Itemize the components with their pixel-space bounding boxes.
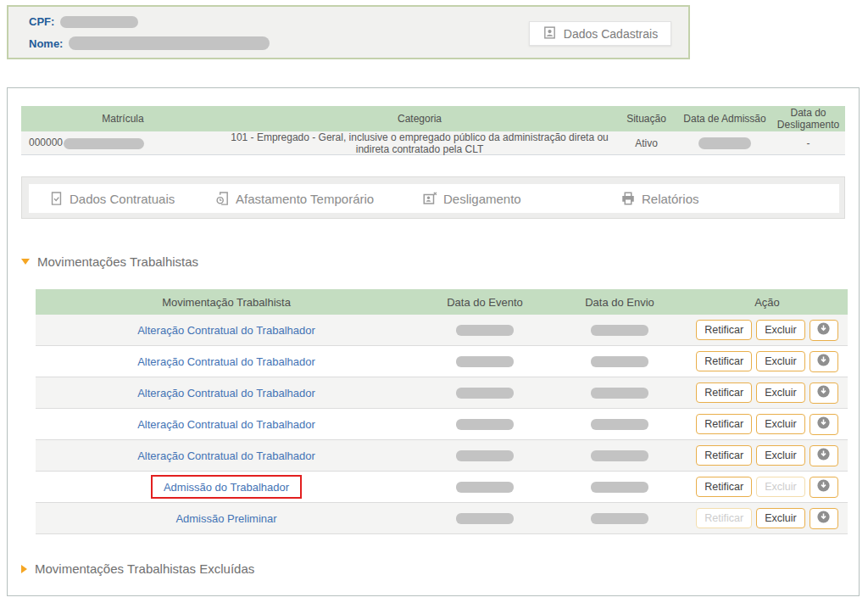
data-admissao-value	[678, 137, 771, 149]
data-envio-redacted	[591, 450, 648, 461]
nome-label: Nome:	[29, 37, 63, 50]
retificar-button[interactable]: Retificar	[696, 477, 752, 498]
header-data-envio: Data do Envio	[553, 296, 687, 309]
document-check-icon	[49, 191, 64, 206]
toolbar-label: Afastamento Temporário	[236, 192, 374, 206]
data-envio-redacted	[591, 482, 648, 493]
cpf-label: CPF:	[29, 15, 54, 28]
actions-toolbar: Dados Contratuais Afastamento Temporário…	[21, 176, 845, 219]
excluir-button[interactable]: Excluir	[756, 351, 805, 372]
toolbar-label: Desligamento	[443, 192, 521, 206]
toolbar-label: Relatórios	[642, 192, 699, 206]
badge-x-icon	[422, 191, 437, 206]
movement-link[interactable]: Admissão Preliminar	[175, 512, 276, 525]
data-evento-redacted	[456, 419, 514, 430]
download-button[interactable]	[810, 445, 838, 466]
data-envio-redacted	[591, 419, 648, 430]
download-icon	[816, 384, 831, 402]
toolbar-item-afastamento-temporario[interactable]: Afastamento Temporário	[215, 184, 374, 213]
dados-cadastrais-button[interactable]: Dados Cadastrais	[529, 21, 671, 46]
movements-section-toggle[interactable]: Movimentações Trabalhistas	[21, 254, 198, 269]
movement-link[interactable]: Alteração Contratual do Trabalhador	[137, 449, 315, 462]
dados-cadastrais-label: Dados Cadastrais	[564, 27, 658, 41]
table-row-admissao-trabalhador: Admissão do Trabalhador Retificar Exclui…	[36, 472, 848, 503]
retificar-button-disabled: Retificar	[696, 508, 752, 529]
red-highlight-box: Admissão do Trabalhador	[151, 475, 302, 499]
data-envio-redacted	[591, 356, 648, 367]
download-icon	[816, 510, 831, 528]
movement-link[interactable]: Alteração Contratual do Trabalhador	[137, 355, 315, 368]
download-icon	[816, 321, 831, 339]
header-situacao: Situação	[615, 113, 678, 125]
admissao-redacted-value	[698, 137, 751, 149]
table-row: Alteração Contratual do Trabalhador Reti…	[36, 409, 848, 440]
header-data-admissao: Data de Admissão	[678, 113, 771, 125]
movement-link[interactable]: Alteração Contratual do Trabalhador	[137, 418, 315, 431]
data-envio-redacted	[591, 325, 648, 336]
main-panel: Matrícula Categoria Situação Data de Adm…	[7, 87, 860, 596]
contact-card-icon	[542, 25, 557, 42]
movement-link[interactable]: Admissão do Trabalhador	[164, 481, 289, 494]
matricula-redacted-value	[64, 138, 144, 149]
data-envio-redacted	[591, 513, 648, 524]
header-matricula: Matrícula	[21, 113, 225, 125]
download-button[interactable]	[810, 477, 838, 498]
excluir-button[interactable]: Excluir	[756, 414, 805, 435]
header-categoria: Categoria	[225, 113, 615, 125]
table-row: Alteração Contratual do Trabalhador Reti…	[36, 315, 848, 346]
download-icon	[816, 478, 831, 496]
excluir-button[interactable]: Excluir	[756, 508, 805, 529]
excluded-movements-section-toggle[interactable]: Movimentações Trabalhistas Excluídas	[21, 561, 254, 576]
header-data-evento: Data do Evento	[417, 296, 553, 309]
toolbar-item-dados-contratuais[interactable]: Dados Contratuais	[49, 184, 175, 213]
data-evento-redacted	[456, 325, 514, 336]
contract-table-header: Matrícula Categoria Situação Data de Adm…	[21, 106, 845, 131]
header-acao: Ação	[687, 296, 848, 309]
employee-card: CPF: Nome: Dados Cadastrais	[7, 5, 690, 59]
retificar-button[interactable]: Retificar	[696, 320, 752, 341]
download-icon	[816, 416, 831, 433]
excluir-button[interactable]: Excluir	[756, 320, 805, 341]
chevron-down-icon	[21, 259, 30, 265]
download-button[interactable]	[810, 320, 838, 341]
movement-link[interactable]: Alteração Contratual do Trabalhador	[137, 387, 315, 399]
retificar-button[interactable]: Retificar	[696, 445, 752, 466]
table-row: Alteração Contratual do Trabalhador Reti…	[36, 377, 848, 409]
movements-table-header: Movimentação Trabalhista Data do Evento …	[36, 289, 848, 315]
download-button[interactable]	[810, 351, 838, 372]
movement-link[interactable]: Alteração Contratual do Trabalhador	[137, 324, 315, 337]
printer-icon	[620, 191, 636, 206]
situacao-value: Ativo	[615, 137, 678, 149]
document-clock-icon	[215, 191, 230, 206]
excluded-movements-section-title: Movimentações Trabalhistas Excluídas	[35, 561, 254, 576]
data-desligamento-value: -	[771, 137, 845, 149]
matricula-value: 000000	[21, 137, 225, 148]
retificar-button[interactable]: Retificar	[696, 414, 752, 435]
toolbar-label: Dados Contratuais	[70, 192, 175, 206]
data-evento-redacted	[456, 388, 514, 399]
excluir-button-disabled: Excluir	[756, 477, 805, 498]
contract-table-row: 000000 101 - Empregado - Geral, inclusiv…	[21, 131, 845, 155]
data-evento-redacted	[456, 356, 514, 367]
cpf-redacted-value	[60, 16, 138, 28]
toolbar-item-relatorios[interactable]: Relatórios	[620, 184, 699, 213]
retificar-button[interactable]: Retificar	[696, 351, 752, 372]
excluir-button[interactable]: Excluir	[756, 445, 805, 466]
actions-toolbar-strip: Dados Contratuais Afastamento Temporário…	[29, 184, 839, 213]
retificar-button[interactable]: Retificar	[696, 382, 752, 404]
download-icon	[816, 353, 831, 371]
table-row-admissao-preliminar: Admissão Preliminar Retificar Excluir	[36, 503, 848, 534]
download-button[interactable]	[810, 382, 838, 404]
table-row: Alteração Contratual do Trabalhador Reti…	[36, 440, 848, 472]
nome-redacted-value	[69, 36, 270, 50]
header-data-desligamento: Data do Desligamento	[771, 107, 845, 131]
chevron-right-icon	[21, 565, 27, 573]
download-icon	[816, 447, 831, 465]
toolbar-item-desligamento[interactable]: Desligamento	[422, 184, 521, 213]
categoria-value: 101 - Empregado - Geral, inclusive o emp…	[225, 131, 615, 155]
download-button[interactable]	[810, 508, 838, 529]
download-button[interactable]	[810, 414, 838, 435]
excluir-button[interactable]: Excluir	[756, 382, 805, 404]
data-envio-redacted	[591, 388, 648, 399]
header-movimentacao: Movimentação Trabalhista	[36, 296, 417, 309]
